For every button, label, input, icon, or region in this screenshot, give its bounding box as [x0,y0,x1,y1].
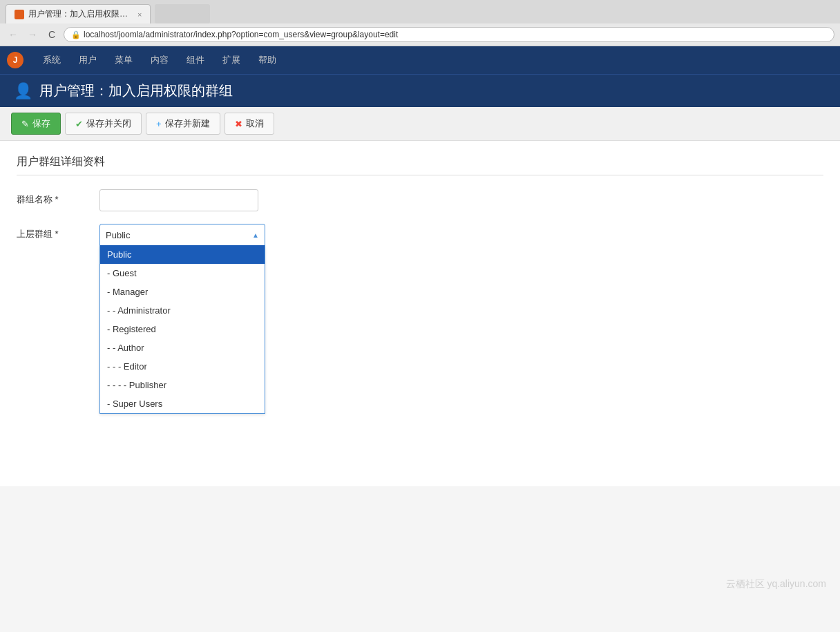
dropdown-list: Public- Guest- Manager- - Administrator-… [99,245,265,414]
select-value: Public [106,230,130,240]
dropdown-item[interactable]: Public [100,245,265,264]
group-name-row: 群组名称 * [17,189,823,211]
dropdown-item[interactable]: - Guest [100,264,265,283]
group-name-label: 群组名称 * [17,189,86,206]
nav-menu: 系统 用户 菜单 内容 组件 扩展 帮助 [35,48,285,72]
save-close-button[interactable]: ✔ 保存并关闭 [65,113,142,135]
nav-help[interactable]: 帮助 [250,48,285,72]
cancel-label: 取消 [246,117,264,130]
tab-bar: 用户管理：加入启用权限… × [0,0,840,23]
section-title: 用户群组详细资料 [17,155,823,175]
tab-close-button[interactable]: × [137,10,142,19]
nav-system[interactable]: 系统 [35,48,69,72]
joomla-logo: J [7,52,23,68]
page-header-icon: 👤 [14,82,32,100]
plus-icon: + [156,119,162,129]
dropdown-item[interactable]: - - Administrator [100,301,265,320]
joomla-logo-icon: J [7,52,23,68]
nav-content[interactable]: 内容 [142,48,177,72]
nav-extensions[interactable]: 扩展 [214,48,249,72]
address-bar[interactable]: 🔒 localhost/joomla/administrator/index.p… [64,27,834,42]
nav-components[interactable]: 组件 [178,48,213,72]
select-container: Public ▲ Public- Guest- Manager- - Admin… [99,224,265,246]
content-area: 用户群组详细资料 群组名称 * 上层群组 * Public ▲ Public- … [0,141,840,486]
refresh-button[interactable]: C [44,27,59,42]
dropdown-item[interactable]: - Super Users [100,394,265,413]
dropdown-item[interactable]: - Registered [100,320,265,338]
parent-group-label: 上层群组 * [17,224,86,240]
browser-tab[interactable]: 用户管理：加入启用权限… × [6,4,151,23]
back-button[interactable]: ← [6,27,21,42]
dropdown-item[interactable]: - Manager [100,283,265,301]
dropdown-item[interactable]: - - - - Publisher [100,376,265,394]
tab-favicon [15,10,24,19]
save-button[interactable]: ✎ 保存 [11,113,61,135]
save-new-button[interactable]: + 保存并新建 [146,113,220,135]
page-header: 👤 用户管理：加入启用权限的群组 [0,74,840,107]
parent-group-row: 上层群组 * Public ▲ Public- Guest- Manager- … [17,224,823,246]
tab-title: 用户管理：加入启用权限… [28,8,128,20]
browser-chrome: 用户管理：加入启用权限… × ← → C 🔒 localhost/joomla/… [0,0,840,46]
url-text: localhost/joomla/administrator/index.php… [84,30,398,39]
group-name-control [99,189,258,211]
toolbar: ✎ 保存 ✔ 保存并关闭 + 保存并新建 ✖ 取消 [0,107,840,141]
save-new-label: 保存并新建 [165,117,210,130]
lock-icon: 🔒 [71,30,81,39]
new-tab-area [155,4,210,23]
joomla-navbar: J 系统 用户 菜单 内容 组件 扩展 帮助 [0,46,840,74]
save-close-label: 保存并关闭 [86,117,131,130]
nav-menu[interactable]: 菜单 [106,48,141,72]
group-name-input[interactable] [99,189,258,211]
dropdown-item[interactable]: - - Author [100,338,265,357]
forward-button[interactable]: → [25,27,40,42]
nav-users[interactable]: 用户 [70,48,105,72]
checkmark-icon: ✔ [75,119,83,129]
parent-group-control: Public ▲ Public- Guest- Manager- - Admin… [99,224,265,246]
select-display[interactable]: Public ▲ [99,224,265,246]
x-icon: ✖ [235,119,242,129]
address-bar-row: ← → C 🔒 localhost/joomla/administrator/i… [0,23,840,46]
page-title: 用户管理：加入启用权限的群组 [39,82,233,100]
save-icon: ✎ [21,119,29,129]
cancel-button[interactable]: ✖ 取消 [225,113,274,135]
save-label: 保存 [32,117,50,130]
chevron-up-icon: ▲ [252,231,259,239]
dropdown-item[interactable]: - - - Editor [100,357,265,376]
